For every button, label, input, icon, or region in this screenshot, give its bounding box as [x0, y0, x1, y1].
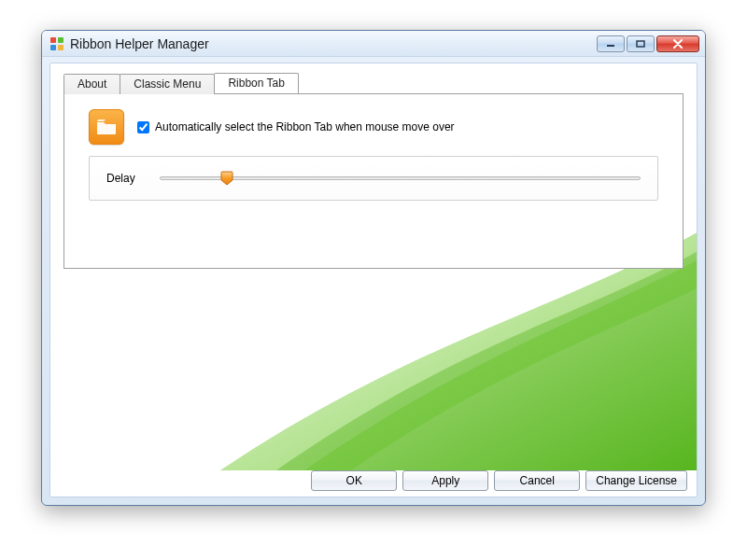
svg-rect-4 [58, 45, 63, 50]
tab-control: About Classic Menu Ribbon Tab Automatica… [63, 73, 684, 269]
titlebar: Ribbon Helper Manager [42, 31, 705, 57]
minimize-button[interactable] [597, 35, 625, 52]
folder-icon [89, 109, 124, 145]
auto-select-option[interactable]: Automatically select the Ribbon Tab when… [137, 120, 455, 133]
auto-select-label: Automatically select the Ribbon Tab when… [155, 120, 455, 133]
tab-panel-ribbon: Automatically select the Ribbon Tab when… [63, 93, 684, 269]
delay-section: Delay [89, 156, 658, 201]
tab-about[interactable]: About [63, 74, 120, 94]
tab-ribbon-tab[interactable]: Ribbon Tab [214, 73, 299, 93]
svg-rect-1 [58, 37, 63, 43]
app-window: Ribbon Helper Manager About Classic Menu… [41, 30, 706, 506]
window-title: Ribbon Helper Manager [70, 36, 595, 51]
apply-button[interactable]: Apply [402, 470, 488, 491]
cancel-button[interactable]: Cancel [494, 470, 580, 491]
auto-select-row: Automatically select the Ribbon Tab when… [79, 104, 668, 156]
ok-button[interactable]: OK [311, 470, 397, 491]
slider-thumb[interactable] [220, 171, 233, 186]
delay-slider[interactable] [160, 170, 641, 187]
svg-rect-6 [637, 41, 644, 47]
svg-rect-5 [607, 45, 614, 47]
svg-rect-2 [50, 45, 56, 50]
close-button[interactable] [656, 35, 699, 52]
app-icon [49, 36, 64, 51]
auto-select-checkbox[interactable] [137, 121, 149, 133]
client-area: About Classic Menu Ribbon Tab Automatica… [49, 63, 698, 497]
tab-strip: About Classic Menu Ribbon Tab [63, 73, 684, 93]
svg-rect-0 [50, 37, 56, 43]
maximize-button[interactable] [627, 35, 655, 52]
tab-classic-menu[interactable]: Classic Menu [120, 74, 215, 94]
change-license-button[interactable]: Change License [585, 470, 687, 491]
dialog-footer: OK Apply Cancel Change License [50, 470, 697, 491]
delay-label: Delay [106, 172, 135, 185]
window-controls [595, 35, 699, 52]
